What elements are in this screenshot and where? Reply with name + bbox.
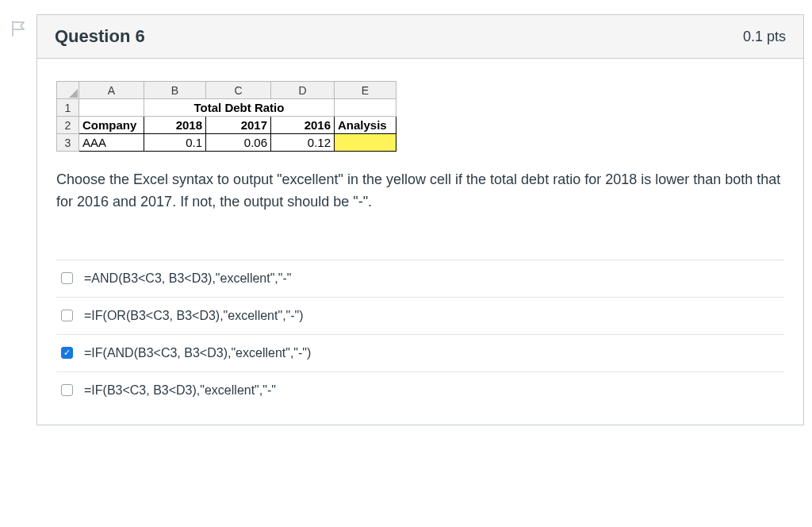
cell-C3: 0.06 (206, 134, 271, 152)
cell-A3: AAA (79, 134, 144, 152)
flag-icon[interactable] (8, 17, 30, 40)
option-3[interactable]: ✓ =IF(AND(B3<C3, B3<D3),"excellent","-") (56, 335, 784, 372)
col-header-D: D (271, 82, 335, 99)
cell-E1 (335, 99, 396, 117)
spreadsheet-corner (57, 82, 79, 99)
checkbox-2[interactable] (61, 310, 73, 321)
row-header-2: 2 (57, 117, 79, 134)
cell-E2: Analysis (335, 117, 396, 134)
checkbox-4[interactable] (61, 384, 73, 396)
option-1[interactable]: =AND(B3<C3, B3<D3),"excellent","-" (56, 260, 784, 298)
row-header-3: 3 (57, 134, 79, 152)
checkbox-3[interactable]: ✓ (61, 347, 73, 359)
question-header: Question 6 0.1 pts (37, 15, 803, 59)
option-2-label: =IF(OR(B3<C3, B3<D3),"excellent","-") (84, 309, 304, 323)
option-2[interactable]: =IF(OR(B3<C3, B3<D3),"excellent","-") (56, 298, 784, 335)
cell-D2: 2016 (271, 117, 335, 134)
cell-A2: Company (79, 117, 144, 134)
question-text: Choose the Excel syntax to output "excel… (56, 169, 784, 213)
row-header-1: 1 (57, 99, 79, 117)
spreadsheet: A B C D E 1 Total Debt Ratio 2 Company 2… (56, 81, 396, 152)
cell-D3: 0.12 (271, 134, 335, 152)
option-1-label: =AND(B3<C3, B3<D3),"excellent","-" (84, 271, 292, 286)
cell-B2: 2018 (144, 117, 206, 134)
question-points: 0.1 pts (743, 29, 786, 45)
option-4[interactable]: =IF(B3<C3, B3<D3),"excellent","-" (56, 372, 784, 409)
options-list: =AND(B3<C3, B3<D3),"excellent","-" =IF(O… (56, 260, 784, 409)
col-header-C: C (206, 82, 271, 99)
cell-E3-yellow (335, 134, 396, 152)
col-header-B: B (144, 82, 206, 99)
cell-A1 (79, 99, 144, 117)
cell-B3: 0.1 (144, 134, 206, 152)
question-body: A B C D E 1 Total Debt Ratio 2 Company 2… (37, 59, 803, 425)
col-header-A: A (79, 82, 144, 99)
checkbox-1[interactable] (61, 272, 73, 284)
option-4-label: =IF(B3<C3, B3<D3),"excellent","-" (84, 383, 276, 398)
question-card: Question 6 0.1 pts A B C D E 1 Total Deb… (36, 14, 804, 425)
col-header-E: E (335, 82, 396, 99)
cell-C2: 2017 (206, 117, 271, 134)
cell-merged-title: Total Debt Ratio (144, 99, 335, 117)
option-3-label: =IF(AND(B3<C3, B3<D3),"excellent","-") (84, 346, 311, 360)
question-title: Question 6 (55, 26, 145, 47)
